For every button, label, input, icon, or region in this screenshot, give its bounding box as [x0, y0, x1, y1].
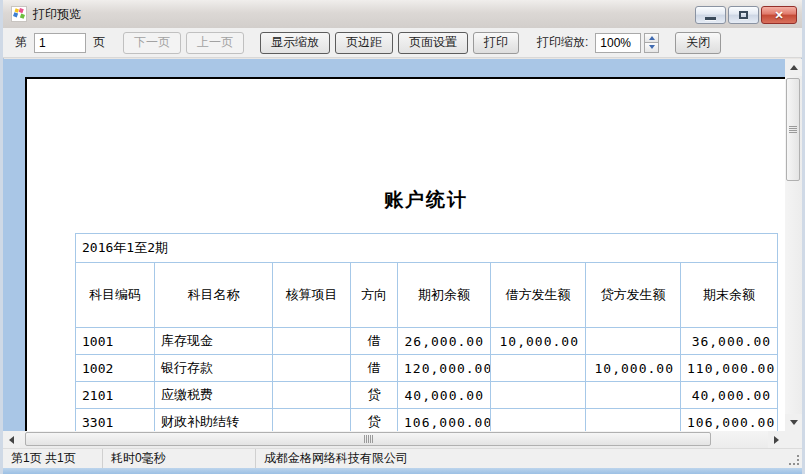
table-row: 1001 库存现金 借 26,000.00 10,000.00 36,000.0…: [76, 328, 778, 355]
app-pinwheel-icon: [11, 6, 27, 22]
minimize-icon: [705, 17, 716, 20]
thumb-grip-icon: [789, 126, 797, 133]
cell-debit-amount: [491, 355, 586, 382]
cell-credit-amount: 10,000.00: [586, 355, 681, 382]
titlebar: 打印预览 ✕: [3, 0, 802, 28]
header-direction: 方向: [351, 263, 398, 328]
print-preview-window: 打印预览 ✕ 第 页 下一页 上一页 显示缩放 页边距 页面设置 打印 打印缩放…: [0, 0, 805, 474]
scroll-right-button[interactable]: [768, 431, 785, 448]
period-cell: 2016年1至2期: [76, 234, 778, 263]
cell-closing-balance: 36,000.00: [681, 328, 778, 355]
cell-credit-amount: [586, 328, 681, 355]
horizontal-scrollbar[interactable]: [3, 431, 785, 448]
close-window-button[interactable]: ✕: [761, 6, 797, 24]
cell-subject-name: 应缴税费: [155, 382, 273, 409]
spinner-up-button[interactable]: [644, 33, 659, 44]
print-zoom-spinner: [644, 33, 659, 53]
header-opening-balance: 期初余额: [398, 263, 491, 328]
document-page: 账户统计 2016年1至2期 科目编码 科目名称 核算项目 方向 期初余额 借方…: [25, 77, 802, 448]
table-row: 1002 银行存款 借 120,000.00 10,000.00 110,000…: [76, 355, 778, 382]
cell-opening-balance: 40,000.00: [398, 382, 491, 409]
vertical-scrollbar[interactable]: [785, 59, 802, 431]
header-subject-code: 科目编码: [76, 263, 155, 328]
spinner-down-button[interactable]: [644, 43, 659, 53]
window-controls: ✕: [695, 6, 797, 24]
header-subject-name: 科目名称: [155, 263, 273, 328]
cell-subject-code: 2101: [76, 382, 155, 409]
cell-closing-balance: 40,000.00: [681, 382, 778, 409]
close-icon: ✕: [774, 10, 783, 21]
header-closing-balance: 期末余额: [681, 263, 778, 328]
next-page-button[interactable]: 下一页: [123, 32, 181, 54]
status-page-info: 第1页 共1页: [3, 449, 103, 468]
cell-direction: 借: [351, 355, 398, 382]
account-statistics-table: 2016年1至2期 科目编码 科目名称 核算项目 方向 期初余额 借方发生额 贷…: [75, 233, 778, 436]
close-preview-button[interactable]: 关闭: [675, 32, 721, 54]
header-debit-amount: 借方发生额: [491, 263, 586, 328]
vertical-scroll-thumb[interactable]: [786, 78, 800, 181]
print-zoom-label: 打印缩放:: [535, 34, 590, 51]
scroll-up-button[interactable]: [785, 59, 802, 76]
horizontal-scroll-thumb[interactable]: [25, 432, 711, 446]
arrow-down-icon: [790, 420, 798, 425]
table-row: 2101 应缴税费 贷 40,000.00 40,000.00: [76, 382, 778, 409]
page-number-input[interactable]: [34, 33, 86, 53]
arrow-left-icon: [9, 436, 14, 444]
report-title: 账户统计: [75, 187, 777, 213]
spinner-up-icon: [649, 36, 655, 40]
window-bottom-border: [3, 468, 802, 474]
cell-debit-amount: 10,000.00: [491, 328, 586, 355]
scrollbar-corner: [785, 431, 802, 448]
scroll-down-button[interactable]: [785, 414, 802, 431]
toolbar: 第 页 下一页 上一页 显示缩放 页边距 页面设置 打印 打印缩放: 关闭: [3, 28, 802, 58]
resize-grip[interactable]: [788, 454, 800, 466]
page-margins-button[interactable]: 页边距: [335, 32, 393, 54]
arrow-up-icon: [790, 65, 798, 70]
arrow-right-icon: [774, 436, 779, 444]
cell-subject-name: 银行存款: [155, 355, 273, 382]
maximize-button[interactable]: [728, 6, 759, 24]
cell-closing-balance: 110,000.00: [681, 355, 778, 382]
cell-subject-code: 1002: [76, 355, 155, 382]
preview-area: 账户统计 2016年1至2期 科目编码 科目名称 核算项目 方向 期初余额 借方…: [3, 59, 802, 448]
thumb-grip-icon: [364, 435, 373, 443]
show-zoom-button[interactable]: 显示缩放: [260, 32, 330, 54]
cell-opening-balance: 26,000.00: [398, 328, 491, 355]
header-credit-amount: 贷方发生额: [586, 263, 681, 328]
prev-page-button[interactable]: 上一页: [186, 32, 244, 54]
status-elapsed-time: 耗时0毫秒: [103, 449, 256, 468]
statusbar: 第1页 共1页 耗时0毫秒 成都金格网络科技有限公司: [3, 448, 802, 468]
print-button[interactable]: 打印: [473, 32, 519, 54]
window-title: 打印预览: [33, 6, 81, 23]
cell-accounting-item: [273, 328, 351, 355]
table-period-row: 2016年1至2期: [76, 234, 778, 263]
cell-accounting-item: [273, 382, 351, 409]
page-number-suffix-label: 页: [91, 34, 107, 51]
cell-opening-balance: 120,000.00: [398, 355, 491, 382]
print-zoom-input[interactable]: [595, 33, 641, 53]
cell-subject-code: 1001: [76, 328, 155, 355]
page-setup-button[interactable]: 页面设置: [398, 32, 468, 54]
spinner-down-icon: [649, 45, 655, 49]
header-accounting-item: 核算项目: [273, 263, 351, 328]
cell-debit-amount: [491, 382, 586, 409]
cell-credit-amount: [586, 382, 681, 409]
cell-direction: 贷: [351, 382, 398, 409]
scroll-left-button[interactable]: [3, 431, 20, 448]
page-number-prefix-label: 第: [13, 34, 29, 51]
cell-subject-name: 库存现金: [155, 328, 273, 355]
cell-direction: 借: [351, 328, 398, 355]
maximize-icon: [739, 11, 748, 19]
minimize-button[interactable]: [695, 6, 726, 24]
status-company-name: 成都金格网络科技有限公司: [256, 449, 802, 468]
table-header-row: 科目编码 科目名称 核算项目 方向 期初余额 借方发生额 贷方发生额 期末余额: [76, 263, 778, 328]
cell-accounting-item: [273, 355, 351, 382]
